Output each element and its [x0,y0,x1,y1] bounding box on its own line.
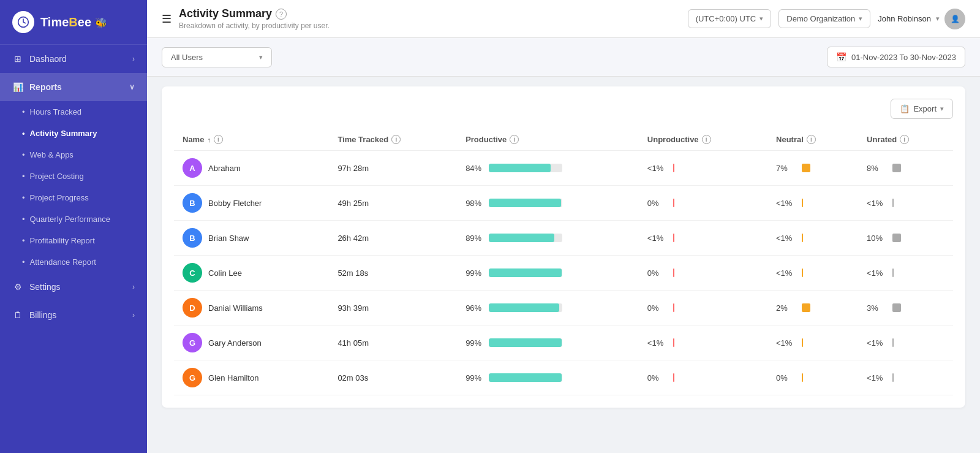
avatar: 👤 [944,9,965,29]
export-label: Export [913,104,937,113]
col-unrated: Unrated i [858,129,953,151]
info-icon[interactable]: i [702,135,711,144]
export-icon: 📋 [900,104,910,113]
info-icon[interactable]: i [900,135,909,144]
cell-unproductive: 0% [639,256,767,291]
sidebar-item-dashboard[interactable]: ⊞ Dashaord › [0,45,147,73]
cell-name: C Colin Lee [174,256,329,291]
sub-item-label: Project Costing [30,172,84,181]
date-range-label: 01-Nov-2023 To 30-Nov-2023 [851,53,956,62]
unrated-pct: <1% [867,268,885,278]
sidebar-item-billings[interactable]: 🗒 Billings › [0,301,147,329]
cell-unproductive: 0% [639,291,767,325]
productive-bar-fill [489,234,554,242]
cell-unproductive: <1% [639,325,767,360]
user-menu[interactable]: John Robinson ▾ 👤 [878,9,965,29]
filter-label: All Users [171,53,203,62]
sidebar-item-hours-tracked[interactable]: Hours Tracked [0,101,147,123]
unproductive-bar-divider [673,268,674,277]
cell-neutral: <1% [767,325,858,360]
cell-productive: 84% [457,151,639,186]
sidebar-item-activity-summary[interactable]: Activity Summary [0,123,147,144]
cell-productive: 96% [457,291,639,325]
logo-area: TimeBee 🐝 [0,0,147,45]
sub-item-label: Attendance Report [30,257,96,267]
sidebar: TimeBee 🐝 ⊞ Dashaord › 📊 Reports ∨ Hours… [0,0,147,453]
data-card: 📋 Export ▾ Name ↑ i [162,86,965,408]
user-name-label: Danial Williams [208,303,263,313]
org-select[interactable]: Demo Organization ▾ [778,9,870,28]
cell-time: 49h 25m [329,186,457,221]
content-area: 📋 Export ▾ Name ↑ i [147,77,980,453]
sidebar-item-quarterly-performance[interactable]: Quarterly Performance [0,208,147,230]
productive-bar-fill [489,338,562,347]
productive-bar-wrap [489,164,562,172]
table-row: B Brian Shaw 26h 42m 89% <1% <1%10% [174,221,953,256]
cell-neutral: <1% [767,256,858,291]
sidebar-item-project-progress[interactable]: Project Progress [0,187,147,208]
sidebar-item-project-costing[interactable]: Project Costing [0,166,147,187]
info-icon[interactable]: i [510,135,519,144]
cell-unrated: <1% [858,360,953,395]
cell-neutral: 0% [767,360,858,395]
cell-name: G Gary Anderson [174,325,329,360]
sidebar-item-settings[interactable]: ⚙ Settings › [0,273,147,301]
avatar-circle: C [183,263,202,283]
cell-time: 26h 42m [329,221,457,256]
productive-bar-fill [489,373,562,382]
header: ☰ Activity Summary ? Breakdown of activi… [147,0,980,38]
avatar-circle: G [183,368,202,387]
info-icon[interactable]: i [214,135,223,144]
cell-time: 41h 05m [329,325,457,360]
info-icon[interactable]: ? [276,9,287,20]
productive-bar-wrap [489,373,562,382]
sort-icon[interactable]: ↑ [207,136,211,143]
neutral-pct: 2% [776,303,794,313]
user-filter-select[interactable]: All Users ▾ [162,47,272,67]
sidebar-item-profitability-report[interactable]: Profitability Report [0,230,147,251]
cell-unrated: <1% [858,325,953,360]
neutral-bar-block [802,303,810,312]
unrated-bar-block [892,303,901,312]
sidebar-item-reports[interactable]: 📊 Reports ∨ [0,73,147,101]
unrated-pct: 3% [867,303,885,313]
info-icon[interactable]: i [391,135,401,144]
avatar-circle: B [183,228,202,248]
user-name-label: Bobby Fletcher [208,199,262,208]
sidebar-item-label: Settings [29,282,61,292]
unproductive-bar-divider [673,303,674,312]
cell-name: B Bobby Fletcher [174,186,329,221]
neutral-bar-divider [802,373,803,382]
bar-chart-icon: 📊 [12,82,23,93]
sidebar-item-attendance-report[interactable]: Attendance Report [0,251,147,273]
date-range-picker[interactable]: 📅 01-Nov-2023 To 30-Nov-2023 [827,47,965,67]
cell-productive: 99% [457,325,639,360]
productive-bar-fill [489,199,561,207]
table-row: A Abraham 97h 28m 84% <1% 7%8% [174,151,953,186]
cell-name: D Danial Williams [174,291,329,325]
export-button[interactable]: 📋 Export ▾ [891,99,953,119]
header-left: ☰ Activity Summary ? Breakdown of activi… [162,7,330,30]
unproductive-pct: <1% [647,234,666,243]
unrated-bar-divider [892,373,894,382]
hamburger-icon[interactable]: ☰ [162,12,172,26]
info-icon[interactable]: i [807,135,816,144]
cell-productive: 99% [457,256,639,291]
cell-neutral: <1% [767,186,858,221]
productive-bar-wrap [489,338,562,347]
productive-pct: 84% [466,164,484,173]
productive-pct: 99% [466,338,484,348]
productive-bar-wrap [489,303,562,312]
neutral-pct: 7% [776,164,794,173]
gear-icon: ⚙ [12,281,23,292]
unrated-pct: <1% [867,199,885,208]
unproductive-pct: 0% [647,268,666,278]
unrated-pct: 10% [867,234,885,243]
page-title: Activity Summary [179,7,272,20]
neutral-pct: 0% [776,373,794,383]
timezone-select[interactable]: (UTC+0:00) UTC ▾ [688,9,772,28]
page-subtitle: Breakdown of activity, by productivity p… [179,21,330,30]
unproductive-bar-divider [673,164,674,172]
neutral-bar-divider [802,268,803,277]
sidebar-item-web-apps[interactable]: Web & Apps [0,144,147,166]
